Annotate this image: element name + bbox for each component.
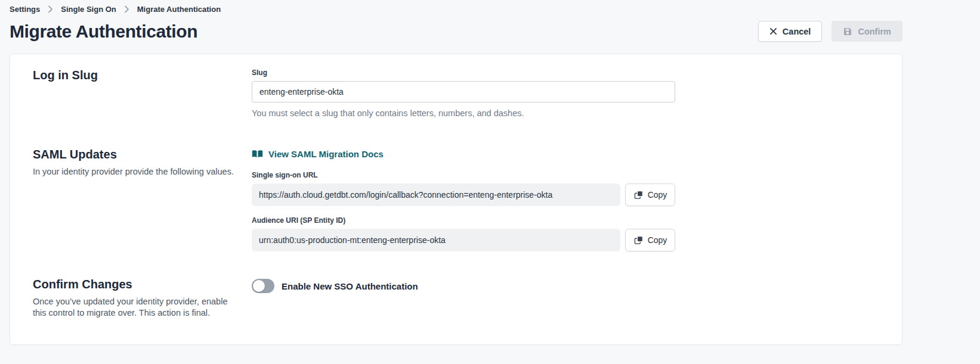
close-icon bbox=[769, 27, 777, 35]
audience-uri-row: urn:auth0:us-production-mt:enteng-enterp… bbox=[252, 229, 879, 251]
copy-audience-uri-button[interactable]: Copy bbox=[625, 229, 675, 251]
audience-uri-value: urn:auth0:us-production-mt:enteng-enterp… bbox=[252, 229, 620, 251]
sso-url-label: Single sign-on URL bbox=[252, 171, 879, 179]
book-icon bbox=[252, 150, 263, 158]
confirm-button[interactable]: Confirm bbox=[831, 21, 902, 42]
section-confirm-changes: Confirm Changes Once you’ve updated your… bbox=[33, 278, 879, 328]
slug-field-label: Slug bbox=[252, 69, 879, 77]
section-login-slug-right: Slug You must select a slug that only co… bbox=[252, 69, 879, 118]
confirm-changes-heading: Confirm Changes bbox=[33, 278, 252, 291]
enable-sso-toggle-row: Enable New SSO Authentication bbox=[252, 279, 879, 293]
section-saml-updates: SAML Updates In your identity provider p… bbox=[33, 148, 879, 251]
copy-button-label: Copy bbox=[648, 190, 667, 200]
section-saml-left: SAML Updates In your identity provider p… bbox=[33, 148, 252, 186]
saml-updates-heading: SAML Updates bbox=[33, 148, 252, 161]
page-title: Migrate Authentication bbox=[10, 21, 197, 42]
sso-url-value: https://auth.cloud.getdbt.com/login/call… bbox=[252, 183, 620, 206]
sso-url-row: https://auth.cloud.getdbt.com/login/call… bbox=[252, 183, 879, 206]
breadcrumb-single-sign-on[interactable]: Single Sign On bbox=[61, 5, 116, 14]
section-login-slug-left: Log in Slug bbox=[33, 69, 252, 82]
chevron-right-icon bbox=[124, 5, 129, 13]
section-saml-right: View SAML Migration Docs Single sign-on … bbox=[252, 148, 879, 251]
section-confirm-right: Enable New SSO Authentication bbox=[252, 278, 879, 293]
confirm-changes-description: Once you’ve updated your identity provid… bbox=[33, 296, 239, 319]
copy-icon bbox=[633, 235, 644, 245]
enable-sso-toggle[interactable] bbox=[252, 279, 274, 293]
breadcrumb-settings[interactable]: Settings bbox=[10, 5, 40, 14]
docs-link-label: View SAML Migration Docs bbox=[268, 149, 384, 159]
migrate-authentication-card: Log in Slug Slug You must select a slug … bbox=[10, 54, 902, 345]
copy-sso-url-button[interactable]: Copy bbox=[625, 183, 675, 206]
breadcrumb-migrate-authentication[interactable]: Migrate Authentication bbox=[137, 5, 221, 14]
enable-sso-toggle-label: Enable New SSO Authentication bbox=[282, 281, 418, 291]
section-login-slug: Log in Slug Slug You must select a slug … bbox=[33, 69, 879, 118]
cancel-button[interactable]: Cancel bbox=[758, 21, 823, 42]
slug-input[interactable] bbox=[252, 81, 675, 102]
login-slug-heading: Log in Slug bbox=[33, 69, 252, 82]
toggle-knob bbox=[253, 280, 265, 292]
page-header: Migrate Authentication Cancel Confirm bbox=[10, 21, 902, 42]
copy-icon bbox=[633, 190, 644, 200]
header-actions: Cancel Confirm bbox=[758, 21, 902, 42]
slug-helper-text: You must select a slug that only contain… bbox=[252, 108, 879, 118]
confirm-button-label: Confirm bbox=[858, 27, 891, 36]
view-saml-migration-docs-link[interactable]: View SAML Migration Docs bbox=[252, 149, 384, 159]
chevron-right-icon bbox=[48, 5, 53, 13]
section-confirm-left: Confirm Changes Once you’ve updated your… bbox=[33, 278, 252, 328]
save-icon bbox=[843, 27, 852, 36]
copy-button-label: Copy bbox=[648, 235, 667, 245]
cancel-button-label: Cancel bbox=[783, 27, 811, 36]
audience-uri-label: Audience URI (SP Entity ID) bbox=[252, 216, 879, 225]
breadcrumb: Settings Single Sign On Migrate Authenti… bbox=[0, 0, 980, 14]
saml-updates-description: In your identity provider provide the fo… bbox=[33, 166, 243, 178]
